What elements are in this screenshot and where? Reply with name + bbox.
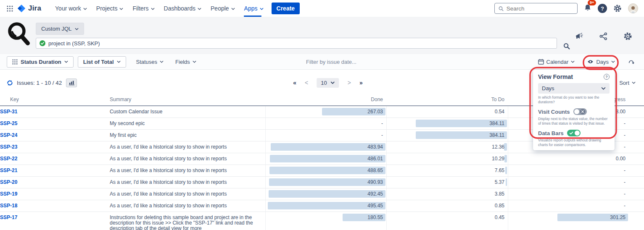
data-bar xyxy=(506,178,507,186)
pagination-first-button[interactable]: « xyxy=(293,79,296,86)
duration-value: 488.65 xyxy=(367,167,383,173)
data-bars-label: Data Bars xyxy=(538,130,564,136)
issue-key-link[interactable]: SSP-19 xyxy=(0,191,17,197)
format-select[interactable]: Days xyxy=(538,83,610,94)
data-bars-toggle[interactable] xyxy=(567,130,581,136)
refresh-icon[interactable] xyxy=(7,80,13,86)
column-header-key[interactable]: Key xyxy=(0,95,110,105)
data-bar xyxy=(504,155,507,162)
bar-chart-icon xyxy=(69,81,74,85)
status-duration-cell-in_progress: 0.00 xyxy=(508,153,629,165)
calendar-dropdown[interactable]: Calendar xyxy=(538,59,575,65)
nav-item-apps[interactable]: Apps xyxy=(240,0,268,17)
issue-summary-cell: As a user, I'd like a historical story t… xyxy=(110,141,265,153)
issue-key-link[interactable]: SSP-20 xyxy=(0,179,17,185)
status-duration-cell-done: 495.45 xyxy=(265,200,386,212)
duration-value: - xyxy=(624,144,626,150)
report-toolbar: Status Duration List of Total Statuses F… xyxy=(0,54,644,70)
run-query-search-icon[interactable] xyxy=(563,43,570,51)
global-search-input[interactable] xyxy=(507,5,573,12)
issue-key-cell: SSP-17 xyxy=(0,212,110,230)
announcement-megaphone-icon[interactable] xyxy=(575,32,583,42)
chart-view-button[interactable] xyxy=(66,78,77,87)
report-settings-gear-icon[interactable] xyxy=(623,32,632,42)
issue-key-link[interactable]: SSP-25 xyxy=(0,120,17,126)
issue-key-link[interactable]: SSP-18 xyxy=(0,203,17,209)
app-switcher-icon[interactable] xyxy=(7,5,13,12)
chevron-down-icon xyxy=(160,60,164,63)
share-icon[interactable] xyxy=(599,32,607,42)
chevron-down-icon xyxy=(193,60,196,63)
column-header-summary[interactable]: Summary xyxy=(110,95,265,105)
status-duration-cell-done: 488.65 xyxy=(265,165,386,176)
duration-value: 5.37 xyxy=(495,179,504,185)
global-search-box[interactable] xyxy=(494,3,578,14)
duration-value: 490.93 xyxy=(367,179,383,185)
status-duration-cell-todo: 5.37 xyxy=(386,177,508,188)
pagination-prev-button[interactable]: < xyxy=(305,79,308,86)
nav-item-people[interactable]: People xyxy=(206,0,240,17)
view-mode-dropdown[interactable]: List of Total xyxy=(78,56,126,68)
page-size-select[interactable]: 10 xyxy=(317,78,339,88)
jira-logo[interactable]: Jira xyxy=(17,4,41,13)
table-row: SSP-21As a user, I'd like a historical s… xyxy=(0,165,644,177)
duration-value: - xyxy=(624,120,626,126)
nav-item-your-work[interactable]: Your work xyxy=(50,0,92,17)
duration-value: - xyxy=(624,203,626,209)
report-type-dropdown[interactable]: Status Duration xyxy=(7,56,74,68)
notifications-badge: 9+ xyxy=(588,0,596,5)
duration-value: 3.00 xyxy=(616,109,626,115)
visit-counts-toggle[interactable] xyxy=(573,108,587,115)
user-avatar[interactable] xyxy=(628,3,638,13)
table-row: SSP-22As a user, I'd like a historical s… xyxy=(0,153,644,165)
help-icon[interactable]: ? xyxy=(598,4,607,13)
create-button[interactable]: Create xyxy=(272,3,300,14)
check-icon xyxy=(569,131,574,136)
settings-gear-icon[interactable] xyxy=(613,4,622,13)
issue-key-link[interactable]: SSP-23 xyxy=(0,144,17,150)
issue-key-cell: SSP-23 xyxy=(0,141,110,153)
pagination-last-button[interactable]: » xyxy=(359,79,363,86)
issues-count-label: Issues: 1 - 10 / 42 xyxy=(17,80,62,86)
popup-help-icon[interactable]: ? xyxy=(604,74,610,80)
view-format-dropdown[interactable]: Days xyxy=(587,59,615,65)
nav-item-filters[interactable]: Filters xyxy=(128,0,159,17)
chevron-down-icon xyxy=(632,81,636,84)
status-duration-cell-done: 267.03 xyxy=(265,106,386,118)
nav-item-dashboards[interactable]: Dashboards xyxy=(159,0,206,17)
issue-summary-cell: My first epic xyxy=(110,130,265,141)
column-header-done[interactable]: Done xyxy=(265,95,386,105)
issue-key-link[interactable]: SSP-17 xyxy=(0,214,17,220)
status-duration-cell-todo: 384.11 xyxy=(386,130,508,141)
chevron-down-icon xyxy=(151,8,155,10)
sync-cloud-icon[interactable] xyxy=(628,59,635,65)
jira-mark-icon xyxy=(17,4,26,13)
issue-key-link[interactable]: SSP-31 xyxy=(0,109,17,115)
issue-summary-cell: As a user, I'd like a historical story t… xyxy=(110,165,265,176)
nav-item-projects[interactable]: Projects xyxy=(92,0,128,17)
issue-key-link[interactable]: SSP-22 xyxy=(0,156,17,162)
duration-value: 301.25 xyxy=(610,214,626,220)
chevron-down-icon xyxy=(260,8,264,10)
sort-dropdown[interactable]: Sort xyxy=(619,80,637,86)
issue-summary-cell: As a user, I'd like a historical story t… xyxy=(110,188,265,200)
table-row: SSP-18As a user, I'd like a historical s… xyxy=(0,200,644,212)
table-row: SSP-17Instructions for deleting this sam… xyxy=(0,212,644,230)
chevron-down-icon xyxy=(231,8,235,10)
column-header-todo[interactable]: To Do xyxy=(386,95,508,105)
query-mode-dropdown[interactable]: Custom JQL xyxy=(36,23,84,35)
pagination-next-button[interactable]: > xyxy=(348,79,351,86)
chevron-down-icon xyxy=(611,60,615,63)
status-duration-cell-todo: 12.36 xyxy=(386,141,508,153)
statuses-dropdown[interactable]: Statuses xyxy=(136,59,164,65)
issue-key-link[interactable]: SSP-21 xyxy=(0,167,17,173)
data-bar xyxy=(504,143,507,151)
notifications-bell-icon[interactable]: 9+ xyxy=(584,4,591,13)
issue-key-link[interactable]: SSP-24 xyxy=(0,132,17,138)
issue-date-filter-input[interactable]: Filter by issue date... xyxy=(306,59,356,65)
status-duration-cell-todo: 10.29 xyxy=(386,153,508,165)
jql-query-input[interactable]: project in (SSP, SKP) xyxy=(36,38,557,49)
status-duration-cell-in_progress: - xyxy=(508,200,629,212)
fields-dropdown[interactable]: Fields xyxy=(175,59,196,65)
chevron-down-icon xyxy=(571,60,575,63)
